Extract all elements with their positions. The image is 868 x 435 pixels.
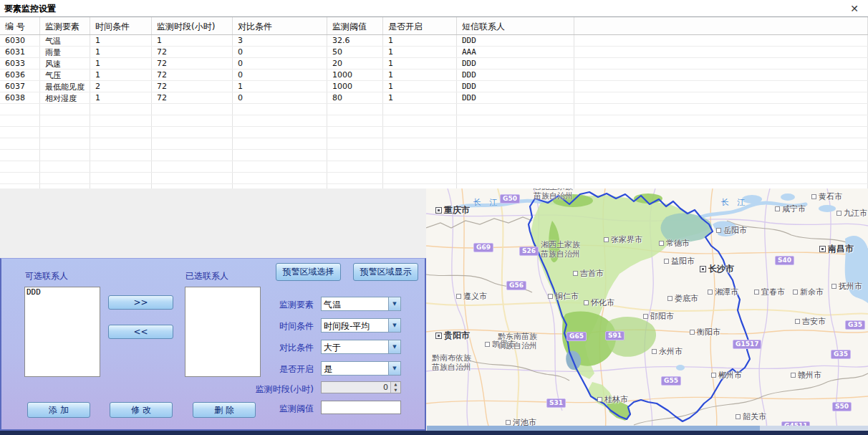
city-marker-icon	[485, 342, 490, 347]
column-header[interactable]: 监测阈值	[327, 17, 383, 34]
table-row[interactable]: 6030气温11332.61DDD	[0, 35, 868, 47]
district-line2: 苗族自治州	[534, 191, 573, 201]
scrollbar-thumb[interactable]	[427, 426, 760, 431]
district-line2: 苗族自治州	[432, 363, 471, 372]
combobox-value: 气温	[322, 297, 388, 310]
table-cell	[457, 173, 574, 183]
table-cell: 0	[233, 47, 327, 57]
table-cell	[90, 104, 152, 115]
city-label: 邵阳市	[643, 311, 674, 322]
table-cell: 6038	[0, 92, 40, 103]
column-header[interactable]: 编 号	[0, 17, 40, 34]
city-marker-icon	[793, 290, 798, 295]
column-header[interactable]: 是否开启	[383, 17, 457, 34]
district-label: 湘西土家族苗族自治州	[541, 240, 580, 259]
field-label: 监测要素	[229, 299, 314, 311]
table-cell: 1	[90, 70, 152, 80]
table-cell	[457, 127, 574, 138]
monitor-settings-table: 编 号监测要素时间条件监测时段(小时)对比条件监测阈值是否开启短信联系人 603…	[0, 16, 868, 189]
city-name: 抚州市	[839, 281, 862, 292]
table-cell	[152, 127, 233, 138]
field-combobox[interactable]: 是▼	[321, 361, 401, 376]
table-row-empty	[0, 115, 868, 127]
city-name: 韶关市	[743, 411, 766, 422]
city-name: 张家界市	[611, 234, 642, 245]
chevron-down-icon[interactable]: ▼	[388, 362, 400, 375]
table-cell	[327, 138, 383, 149]
field-combobox[interactable]: 时间段-平均▼	[321, 318, 401, 333]
district-line2: 侗族自治州	[498, 341, 537, 350]
table-cell: 1	[90, 92, 152, 103]
spacer-area	[0, 188, 426, 258]
table-cell	[152, 173, 233, 183]
table-cell	[383, 173, 457, 183]
column-header[interactable]: 监测要素	[40, 17, 90, 34]
table-row[interactable]: 6038相对湿度1720801DDD	[0, 92, 868, 104]
field-combobox[interactable]: 气温▼	[321, 297, 401, 311]
table-cell: 1	[383, 35, 457, 46]
city-marker-icon	[690, 330, 695, 335]
table-cell: 1000	[327, 81, 383, 92]
table-cell: 6030	[0, 35, 40, 46]
chevron-down-icon[interactable]: ▼	[388, 319, 400, 332]
table-row[interactable]: 6037最低能见度272110001DDD	[0, 81, 868, 92]
field-combobox[interactable]: 大于▼	[321, 340, 401, 354]
city-name: 郴州市	[718, 370, 742, 381]
city-marker-icon	[716, 228, 721, 233]
table-row[interactable]: 6031雨量1720501AAA	[0, 47, 868, 58]
table-cell: 雨量	[40, 47, 90, 57]
column-header[interactable]: 短信联系人	[457, 17, 574, 34]
table-cell	[574, 161, 868, 172]
table-row[interactable]: 6033风速1720201DDD	[0, 58, 868, 70]
column-header[interactable]: 对比条件	[233, 17, 327, 34]
spinner-arrows[interactable]: ▲▼	[390, 382, 400, 393]
table-cell: 1	[152, 35, 233, 46]
table-cell: 6033	[0, 58, 40, 69]
table-row[interactable]: 6036气压172010001DDD	[0, 70, 868, 81]
table-cell	[574, 127, 868, 138]
city-marker-icon	[795, 319, 800, 324]
map-view[interactable]: 重庆市黄石市咸宁市九江市岳阳市张家界市常德市益阳市南昌市长沙市吉首市遵义市铜仁市…	[426, 188, 868, 431]
road-badge: G69	[473, 243, 493, 252]
table-cell: 6037	[0, 81, 40, 92]
map-horizontal-scrollbar[interactable]	[427, 426, 868, 431]
road-badge: S31	[546, 398, 566, 408]
table-cell: AAA	[457, 47, 574, 57]
table-cell: 气压	[40, 70, 90, 80]
table-row-empty	[0, 173, 868, 184]
city-name: 长沙市	[708, 263, 734, 275]
table-cell	[383, 104, 457, 115]
table-row-empty	[0, 104, 868, 115]
form-area: 监测要素气温▼时间条件时间段-平均▼对比条件大于▼是否开启是▼监测时段(小时)0…	[1, 259, 425, 429]
table-cell	[574, 70, 868, 80]
city-label: 益阳市	[664, 256, 695, 267]
close-icon[interactable]: ✕	[848, 2, 861, 15]
grid-body: 6030气温11332.61DDD6031雨量1720501AAA6033风速1…	[0, 35, 868, 189]
city-marker-icon	[652, 349, 657, 354]
road-badge: G65	[566, 332, 587, 341]
column-header[interactable]	[574, 17, 868, 34]
spinner-up-icon[interactable]: ▲	[391, 382, 400, 388]
table-cell	[574, 58, 868, 69]
hours-spinner[interactable]: 0▲▼	[321, 381, 401, 393]
table-cell: 20	[327, 58, 383, 69]
chevron-down-icon[interactable]: ▼	[388, 340, 400, 353]
spinner-down-icon[interactable]: ▼	[391, 388, 400, 393]
table-cell: 72	[152, 58, 233, 69]
table-cell	[233, 161, 327, 172]
table-cell	[233, 173, 327, 183]
table-cell	[233, 104, 327, 115]
table-cell	[233, 127, 327, 138]
table-cell: 1	[233, 81, 327, 92]
city-name: 新余市	[800, 287, 824, 297]
city-label: 遵义市	[456, 291, 487, 302]
chevron-down-icon[interactable]: ▼	[388, 297, 400, 310]
table-cell: 0	[233, 92, 327, 103]
city-name: 南昌市	[828, 243, 854, 255]
city-marker-icon	[573, 271, 578, 276]
table-cell: 6031	[0, 47, 40, 57]
column-header[interactable]: 时间条件	[90, 17, 152, 34]
threshold-input[interactable]	[321, 401, 401, 414]
table-cell: 1	[383, 58, 457, 69]
column-header[interactable]: 监测时段(小时)	[152, 17, 233, 34]
